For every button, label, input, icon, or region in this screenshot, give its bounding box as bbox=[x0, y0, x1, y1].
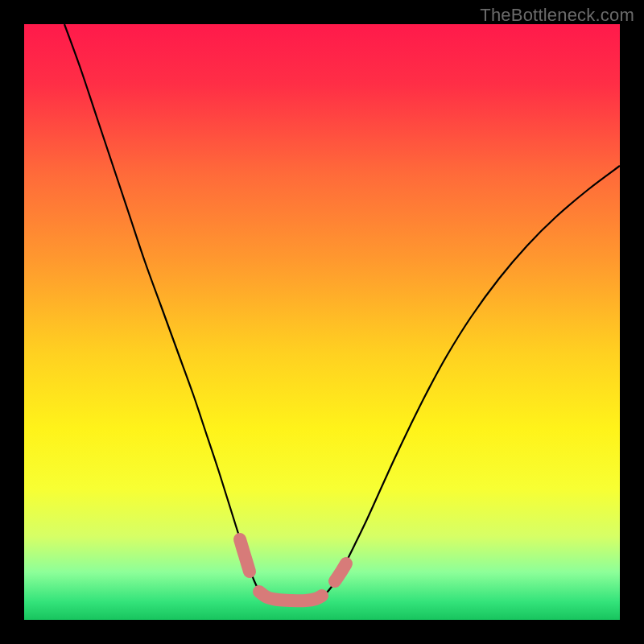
highlight-segment bbox=[240, 539, 250, 572]
highlight-markers bbox=[240, 539, 346, 601]
bottleneck-plot bbox=[24, 24, 620, 620]
chart-frame bbox=[24, 24, 620, 620]
watermark-text: TheBottleneck.com bbox=[480, 5, 634, 26]
highlight-segment bbox=[335, 564, 346, 581]
bottleneck-curve bbox=[64, 24, 620, 601]
highlight-segment bbox=[259, 592, 322, 601]
